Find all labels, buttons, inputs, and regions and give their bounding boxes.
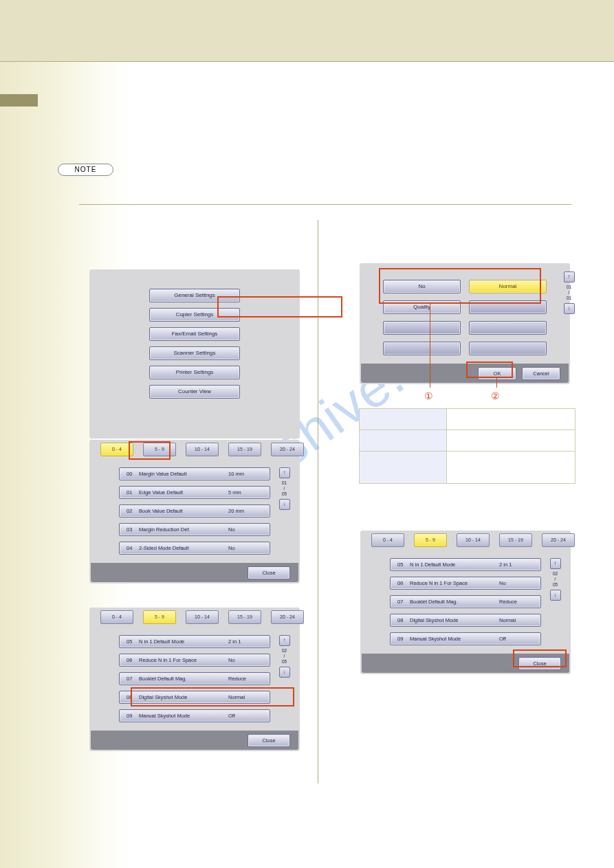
- menu-copier-settings[interactable]: Copier Settings: [149, 308, 240, 322]
- row-reduce-nin1[interactable]: 06Reduce N in 1 For SpaceNo: [390, 577, 541, 590]
- tab-10-14[interactable]: 10 - 14: [186, 443, 219, 456]
- scroll-up-icon[interactable]: ↑: [279, 635, 290, 646]
- tab-5-9[interactable]: 5 - 9: [414, 533, 447, 547]
- note-badge: NOTE: [58, 164, 113, 176]
- row-nin1-default[interactable]: 05N in 1 Default Mode2 in 1: [119, 635, 270, 648]
- row-edge-value[interactable]: 01Edge Value Default5 mm: [119, 486, 270, 499]
- scroll-up-icon[interactable]: ↑: [564, 271, 575, 282]
- row-booklet-mag[interactable]: 07Booklet Default Mag.Reduce: [119, 672, 270, 685]
- row-digital-skyshot[interactable]: 08Digital Skyshot ModeNormal: [119, 691, 270, 704]
- cancel-button[interactable]: Cancel: [522, 367, 560, 380]
- close-button[interactable]: Close: [248, 734, 290, 747]
- option-empty: [469, 300, 547, 314]
- screenshot-copier-page2-result: 0 - 4 5 - 9 10 - 14 15 - 19 20 - 24 05N …: [360, 531, 571, 674]
- option-no[interactable]: No: [383, 280, 461, 293]
- scroll-up-icon[interactable]: ↑: [279, 467, 290, 478]
- scroll-up-icon[interactable]: ↑: [550, 558, 561, 569]
- option-quality[interactable]: Quality: [383, 300, 461, 314]
- row-booklet-mag[interactable]: 07Booklet Default Mag.Reduce: [390, 595, 541, 608]
- tab-0-4[interactable]: 0 - 4: [100, 443, 133, 456]
- side-tab-marker: [0, 94, 38, 107]
- tab-0-4[interactable]: 0 - 4: [371, 533, 404, 547]
- row-digital-skyshot[interactable]: 08Digital Skyshot ModeNormal: [390, 614, 541, 627]
- option-empty: [469, 342, 547, 355]
- row-book-value[interactable]: 02Book Value Default20 mm: [119, 504, 270, 518]
- scroll-down-icon[interactable]: ↓: [564, 303, 575, 314]
- column-divider: [318, 220, 318, 783]
- menu-scanner-settings[interactable]: Scanner Settings: [149, 346, 240, 360]
- close-button[interactable]: Close: [518, 657, 561, 670]
- note-underline: [79, 204, 571, 205]
- option-empty: [383, 342, 461, 355]
- tab-20-24[interactable]: 20 - 24: [271, 443, 304, 456]
- tab-10-14[interactable]: 10 - 14: [457, 533, 490, 547]
- callout-line-1: [430, 302, 430, 388]
- row-2sided-mode[interactable]: 042-Sided Mode DefaultNo: [119, 542, 270, 555]
- menu-general-settings[interactable]: General Settings: [149, 289, 240, 302]
- menu-fax-email-settings[interactable]: Fax/Email Settings: [149, 327, 240, 341]
- screenshot-copier-page2: 0 - 4 5 - 9 10 - 14 15 - 19 20 - 24 05N …: [89, 608, 300, 751]
- row-manual-skyshot[interactable]: 09Manual Skyshot ModeOff: [119, 709, 270, 722]
- row-margin-reduction[interactable]: 03Margin Reduction Def.No: [119, 523, 270, 536]
- close-button[interactable]: Close: [248, 566, 290, 579]
- tab-5-9[interactable]: 5 - 9: [143, 443, 176, 456]
- menu-counter-view[interactable]: Counter View: [149, 385, 240, 399]
- info-table: [359, 408, 575, 484]
- tab-0-4[interactable]: 0 - 4: [100, 610, 133, 624]
- row-nin1-default[interactable]: 05N in 1 Default Mode2 in 1: [390, 558, 541, 571]
- tab-20-24[interactable]: 20 - 24: [271, 610, 304, 624]
- tab-5-9[interactable]: 5 - 9: [143, 610, 176, 624]
- callout-2: ②: [491, 390, 500, 401]
- tab-15-19[interactable]: 15 - 19: [228, 443, 261, 456]
- tab-20-24[interactable]: 20 - 24: [542, 533, 575, 547]
- screenshot-option-select: No Normal Quality ↑ 01/01 ↓ OK Cancel: [360, 263, 570, 384]
- row-margin-value[interactable]: 00Margin Value Default10 mm: [119, 467, 270, 480]
- callout-1: ①: [424, 390, 433, 401]
- tab-15-19[interactable]: 15 - 19: [499, 533, 532, 547]
- scroll-down-icon[interactable]: ↓: [550, 590, 561, 601]
- option-empty: [469, 321, 547, 335]
- screenshot-copier-page1: 0 - 4 5 - 9 10 - 14 15 - 19 20 - 24 00Ma…: [89, 440, 300, 583]
- row-manual-skyshot[interactable]: 09Manual Skyshot ModeOff: [390, 632, 541, 645]
- page-indicator: 01/05: [282, 480, 287, 497]
- tab-15-19[interactable]: 15 - 19: [228, 610, 261, 624]
- scroll-down-icon[interactable]: ↓: [279, 499, 290, 510]
- option-empty: [383, 321, 461, 335]
- page-indicator: 01/01: [567, 285, 571, 301]
- page-indicator: 02/05: [282, 648, 287, 665]
- menu-printer-settings[interactable]: Printer Settings: [149, 366, 240, 379]
- scroll-down-icon[interactable]: ↓: [279, 667, 290, 678]
- page-indicator: 02/05: [553, 571, 558, 588]
- callout-line-2: [496, 377, 497, 388]
- ok-button[interactable]: OK: [478, 367, 516, 380]
- tab-10-14[interactable]: 10 - 14: [186, 610, 219, 624]
- row-reduce-nin1[interactable]: 06Reduce N in 1 For SpaceNo: [119, 654, 270, 667]
- option-normal[interactable]: Normal: [469, 280, 547, 293]
- header-band: [0, 0, 614, 61]
- screenshot-main-menu: General Settings Copier Settings Fax/Ema…: [89, 269, 300, 438]
